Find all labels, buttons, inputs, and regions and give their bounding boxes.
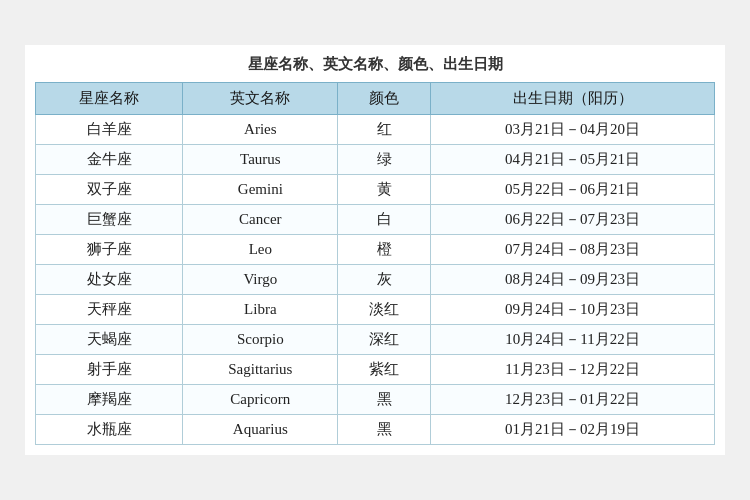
- table-row: 射手座Sagittarius紫红11月23日－12月22日: [36, 355, 715, 385]
- table-cell: 天秤座: [36, 295, 183, 325]
- table-cell: 深红: [338, 325, 431, 355]
- table-body: 白羊座Aries红03月21日－04月20日金牛座Taurus绿04月21日－0…: [36, 115, 715, 445]
- table-cell: 07月24日－08月23日: [431, 235, 715, 265]
- table-cell: 黄: [338, 175, 431, 205]
- table-cell: 灰: [338, 265, 431, 295]
- table-row: 处女座Virgo灰08月24日－09月23日: [36, 265, 715, 295]
- table-cell: 08月24日－09月23日: [431, 265, 715, 295]
- table-cell: 金牛座: [36, 145, 183, 175]
- table-cell: 黑: [338, 415, 431, 445]
- table-cell: 淡红: [338, 295, 431, 325]
- table-cell: 12月23日－01月22日: [431, 385, 715, 415]
- table-cell: 黑: [338, 385, 431, 415]
- table-cell: 11月23日－12月22日: [431, 355, 715, 385]
- main-container: 星座名称、英文名称、颜色、出生日期 星座名称 英文名称 颜色 出生日期（阳历） …: [25, 45, 725, 455]
- table-row: 水瓶座Aquarius黑01月21日－02月19日: [36, 415, 715, 445]
- table-row: 摩羯座Capricorn黑12月23日－01月22日: [36, 385, 715, 415]
- table-cell: 红: [338, 115, 431, 145]
- col-header-english: 英文名称: [183, 83, 338, 115]
- table-cell: 狮子座: [36, 235, 183, 265]
- table-cell: 水瓶座: [36, 415, 183, 445]
- table-cell: Libra: [183, 295, 338, 325]
- table-cell: Aries: [183, 115, 338, 145]
- table-cell: 06月22日－07月23日: [431, 205, 715, 235]
- table-cell: Gemini: [183, 175, 338, 205]
- zodiac-table: 星座名称 英文名称 颜色 出生日期（阳历） 白羊座Aries红03月21日－04…: [35, 82, 715, 445]
- table-row: 巨蟹座Cancer白06月22日－07月23日: [36, 205, 715, 235]
- table-cell: Aquarius: [183, 415, 338, 445]
- table-cell: 09月24日－10月23日: [431, 295, 715, 325]
- table-cell: 摩羯座: [36, 385, 183, 415]
- page-title: 星座名称、英文名称、颜色、出生日期: [35, 55, 715, 74]
- table-cell: 03月21日－04月20日: [431, 115, 715, 145]
- table-cell: 绿: [338, 145, 431, 175]
- table-cell: Leo: [183, 235, 338, 265]
- table-cell: 白羊座: [36, 115, 183, 145]
- table-cell: 射手座: [36, 355, 183, 385]
- table-cell: 10月24日－11月22日: [431, 325, 715, 355]
- table-cell: 04月21日－05月21日: [431, 145, 715, 175]
- table-cell: Cancer: [183, 205, 338, 235]
- table-cell: Capricorn: [183, 385, 338, 415]
- table-row: 天蝎座Scorpio深红10月24日－11月22日: [36, 325, 715, 355]
- table-cell: 01月21日－02月19日: [431, 415, 715, 445]
- table-cell: Sagittarius: [183, 355, 338, 385]
- table-row: 白羊座Aries红03月21日－04月20日: [36, 115, 715, 145]
- table-row: 金牛座Taurus绿04月21日－05月21日: [36, 145, 715, 175]
- table-cell: 双子座: [36, 175, 183, 205]
- table-cell: Virgo: [183, 265, 338, 295]
- table-header-row: 星座名称 英文名称 颜色 出生日期（阳历）: [36, 83, 715, 115]
- table-cell: Scorpio: [183, 325, 338, 355]
- col-header-chinese: 星座名称: [36, 83, 183, 115]
- table-cell: 天蝎座: [36, 325, 183, 355]
- col-header-date: 出生日期（阳历）: [431, 83, 715, 115]
- col-header-color: 颜色: [338, 83, 431, 115]
- table-cell: 紫红: [338, 355, 431, 385]
- table-row: 天秤座Libra淡红09月24日－10月23日: [36, 295, 715, 325]
- table-row: 双子座Gemini黄05月22日－06月21日: [36, 175, 715, 205]
- table-cell: Taurus: [183, 145, 338, 175]
- table-cell: 橙: [338, 235, 431, 265]
- table-row: 狮子座Leo橙07月24日－08月23日: [36, 235, 715, 265]
- table-cell: 处女座: [36, 265, 183, 295]
- table-cell: 05月22日－06月21日: [431, 175, 715, 205]
- table-cell: 白: [338, 205, 431, 235]
- table-cell: 巨蟹座: [36, 205, 183, 235]
